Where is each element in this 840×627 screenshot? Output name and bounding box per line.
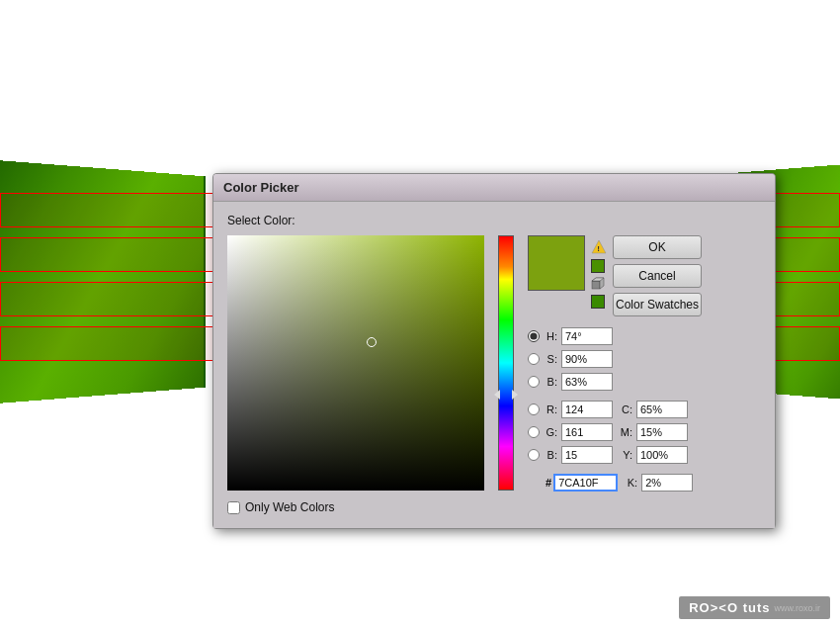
web-colors-checkbox[interactable]: [227, 501, 240, 514]
cube-icon[interactable]: [591, 277, 605, 291]
sat-input[interactable]: [561, 350, 613, 368]
hex-field-group: #: [528, 474, 618, 492]
hash-symbol: #: [546, 477, 551, 489]
color-swatches-button[interactable]: Color Swatches: [613, 293, 702, 316]
hue-row: H:: [528, 326, 761, 346]
g-label: G:: [544, 426, 557, 438]
web-colors-label: Only Web Colors: [245, 500, 334, 514]
rgb-fields: R: G: B:: [528, 400, 613, 465]
right-panel: !: [528, 235, 761, 493]
r-row: R:: [528, 400, 613, 419]
b-row: B:: [528, 445, 613, 465]
rgb-cmyk-section: R: G: B:: [528, 400, 761, 465]
hue-arrow-left: [494, 390, 500, 400]
svg-rect-2: [592, 281, 600, 289]
k-input[interactable]: [641, 474, 693, 492]
g-input[interactable]: [561, 423, 613, 441]
hue-slider-container[interactable]: [494, 235, 518, 491]
red-outline-left-1: [0, 193, 222, 227]
hue-input[interactable]: [561, 327, 613, 345]
bri-input[interactable]: [561, 373, 613, 391]
sat-radio[interactable]: [528, 353, 540, 365]
ok-button[interactable]: OK: [613, 235, 702, 259]
g-radio[interactable]: [528, 426, 540, 438]
solid-color-icon: [591, 295, 605, 309]
color-preview-box: [528, 235, 585, 291]
dialog-titlebar: Color Picker: [213, 174, 775, 202]
svg-text:!: !: [597, 244, 600, 253]
color-field[interactable]: [227, 235, 484, 491]
hue-label: H:: [544, 330, 557, 342]
cancel-button[interactable]: Cancel: [613, 264, 702, 288]
m-label: M:: [619, 426, 632, 438]
c-label: C:: [619, 403, 632, 415]
warning-icon[interactable]: !: [591, 239, 607, 255]
watermark-url: www.roxo.ir: [774, 603, 820, 613]
hsb-fields: H: S: B:: [528, 326, 761, 392]
watermark: RO><O tuts www.roxo.ir: [679, 596, 830, 619]
k-row: K:: [624, 473, 693, 493]
bri-radio[interactable]: [528, 376, 540, 388]
b-label: B:: [544, 449, 557, 461]
color-gradient-dark: [227, 235, 484, 491]
web-safe-icon[interactable]: [591, 259, 605, 273]
hue-radio[interactable]: [528, 330, 540, 342]
buttons-column: OK Cancel Color Swatches: [613, 235, 702, 316]
y-row: Y:: [619, 445, 688, 465]
color-picker-dialog: Color Picker Select Color:: [212, 173, 776, 529]
b-input[interactable]: [561, 446, 613, 464]
r-radio[interactable]: [528, 403, 540, 415]
hex-k-row: # K:: [528, 473, 761, 493]
red-outline-left-3: [0, 282, 222, 316]
b-radio[interactable]: [528, 449, 540, 461]
checkbox-row: Only Web Colors: [227, 500, 761, 514]
watermark-logo: RO><O tuts: [689, 600, 770, 615]
sat-row: S:: [528, 349, 761, 369]
red-outline-left-2: [0, 237, 222, 272]
bri-label: B:: [544, 376, 557, 388]
select-color-label: Select Color:: [227, 214, 761, 227]
r-input[interactable]: [561, 401, 613, 418]
red-outline-left-4: [0, 326, 222, 361]
k-label: K:: [624, 477, 637, 489]
top-section: !: [528, 235, 761, 316]
m-input[interactable]: [636, 423, 688, 441]
cmyk-fields: C: M: Y:: [619, 400, 688, 465]
hue-gradient: [498, 235, 514, 491]
sat-label: S:: [544, 353, 557, 365]
y-label: Y:: [619, 449, 632, 461]
main-row: !: [227, 235, 761, 493]
y-input[interactable]: [636, 446, 688, 464]
m-row: M:: [619, 422, 688, 442]
bri-row: B:: [528, 372, 761, 392]
hex-input[interactable]: [553, 474, 618, 492]
r-label: R:: [544, 403, 557, 415]
c-row: C:: [619, 400, 688, 419]
color-field-canvas: [227, 235, 484, 491]
hue-arrow-right: [512, 390, 518, 400]
c-input[interactable]: [636, 401, 688, 418]
dialog-title: Color Picker: [223, 180, 299, 195]
g-row: G:: [528, 422, 613, 442]
preview-icons: !: [591, 235, 607, 309]
dialog-body: Select Color:: [213, 202, 775, 528]
